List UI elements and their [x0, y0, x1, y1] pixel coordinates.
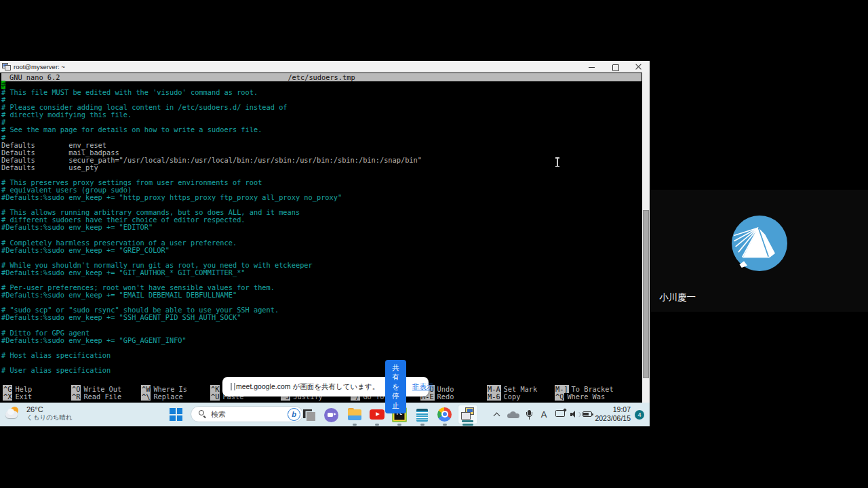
screen-share-video: root@myserver: ~ GNU nano 6.2 /etc/sudoe… — [0, 61, 650, 426]
minimize-button[interactable] — [580, 61, 604, 73]
participant-avatar — [732, 216, 787, 271]
task-view-icon — [301, 407, 317, 423]
nano-shortcut[interactable]: ^QWhere Was — [555, 393, 605, 401]
file-line: #Defaults:%sudo env_keep += "EDITOR" — [1, 224, 422, 231]
file-line: #Defaults:%sudo env_keep += "http_proxy … — [1, 194, 422, 201]
file-line: # — [1, 134, 422, 142]
file-line: # Ditto for GPG agent — [1, 329, 422, 337]
file-line: # This file MUST be edited with the 'vis… — [1, 89, 422, 96]
taskbar-task-view[interactable] — [299, 405, 319, 424]
tray-volume[interactable] — [569, 403, 581, 426]
search-placeholder: 検索 — [211, 409, 288, 420]
battery-icon — [583, 411, 594, 418]
clock-time: 19:07 — [595, 405, 631, 414]
speaker-icon — [570, 411, 580, 419]
taskbar-notepad[interactable] — [412, 405, 433, 424]
taskbar-file-explorer[interactable] — [344, 405, 365, 424]
nano-shortcut[interactable]: M-6Copy — [487, 393, 520, 401]
weather-condition: くもりのち晴れ — [26, 414, 73, 422]
weather-icon — [4, 405, 22, 422]
nano-shortcut[interactable]: ^XExit — [3, 393, 32, 401]
putty-terminal-window: root@myserver: ~ GNU nano 6.2 /etc/sudoe… — [0, 61, 650, 403]
onedrive-cloud-icon — [507, 411, 519, 418]
windows-taskbar: 26°C くもりのち晴れ 検索 b — [0, 403, 650, 426]
clock-date: 2023/06/15 — [595, 414, 631, 423]
maximize-button[interactable] — [604, 61, 627, 73]
file-line: #Defaults:%sudo env_keep += "SSH_AGENT_P… — [1, 314, 422, 321]
scrollbar-thumb[interactable] — [643, 210, 649, 378]
taskbar-chat[interactable] — [321, 405, 342, 424]
taskbar-chrome[interactable] — [435, 405, 455, 424]
file-line: # Host alias specification — [1, 352, 422, 359]
chat-icon — [323, 407, 340, 423]
file-line: # See the man page for details on how to… — [1, 126, 422, 134]
tray-microphone[interactable] — [524, 403, 534, 426]
hide-banner-link[interactable]: 非表示 — [412, 382, 434, 392]
terminal-scrollbar[interactable] — [642, 73, 650, 403]
search-input[interactable]: 検索 b — [191, 406, 303, 422]
display-pen-icon — [555, 410, 566, 419]
putty-taskbar-icon — [460, 407, 476, 423]
file-line: #Defaults:%sudo env_keep += "GIT_AUTHOR_… — [1, 269, 422, 277]
start-button[interactable] — [170, 408, 182, 421]
file-line — [1, 232, 422, 239]
file-line: #Defaults:%sudo env_keep += "GPG_AGENT_I… — [1, 337, 422, 344]
terminal-titlebar[interactable]: root@myserver: ~ — [0, 61, 650, 73]
nano-shortcut[interactable]: ^RRead File — [71, 393, 121, 401]
share-banner-message: meet.google.com が画面を共有しています。 — [236, 382, 379, 392]
tray-onedrive[interactable] — [507, 403, 520, 426]
file-line: #Defaults:%sudo env_keep += "GREP_COLOR" — [1, 247, 422, 254]
notepad-icon — [414, 407, 431, 423]
stop-sharing-button[interactable]: 共有を停止 — [385, 360, 406, 413]
taskbar-youtube[interactable] — [367, 405, 387, 424]
microphone-icon — [525, 410, 533, 420]
close-button[interactable] — [627, 61, 650, 73]
file-line: # User alias specification — [1, 367, 422, 374]
notification-badge[interactable]: 4 — [635, 410, 644, 420]
nano-filename: /etc/sudoers.tmp — [1, 73, 642, 81]
putty-icon — [2, 63, 11, 71]
file-explorer-icon — [347, 407, 363, 423]
mouse-text-cursor — [555, 157, 559, 167]
file-line: Defaults use_pty — [1, 164, 422, 171]
tray-show-hidden-icons[interactable] — [490, 403, 502, 426]
chrome-icon — [437, 407, 453, 423]
meet-screen: root@myserver: ~ GNU nano 6.2 /etc/sudoe… — [0, 0, 868, 488]
file-line: #Defaults:%sudo env_keep += "EMAIL DEBEM… — [1, 291, 422, 299]
search-icon — [199, 410, 207, 418]
file-content: ## This file MUST be edited with the 'vi… — [1, 81, 422, 374]
file-line: # directly modifying this file. — [1, 111, 422, 119]
weather-temperature: 26°C — [26, 405, 73, 414]
youtube-icon — [369, 407, 385, 423]
nano-header-bar: GNU nano 6.2 /etc/sudoers.tmp — [1, 73, 642, 81]
tray-pen-display[interactable] — [553, 403, 567, 426]
taskbar-clock[interactable]: 19:07 2023/06/15 — [595, 405, 631, 423]
file-line — [1, 322, 422, 329]
ime-a-icon: A — [541, 409, 547, 420]
screen-share-banner: meet.google.com が画面を共有しています。 共有を停止 非表示 — [222, 377, 429, 396]
taskbar-putty[interactable] — [458, 405, 478, 424]
participant-name: 小川慶一 — [659, 291, 696, 304]
chevron-up-icon — [494, 411, 500, 418]
nano-shortcut[interactable]: ^\Replace — [141, 393, 183, 401]
participant-tile[interactable]: 小川慶一 — [651, 190, 868, 312]
terminal-title: root@myserver: ~ — [14, 63, 65, 70]
tray-ime-mode[interactable]: A — [538, 403, 549, 426]
weather-widget[interactable]: 26°C くもりのち晴れ — [4, 405, 73, 422]
terminal-content-area[interactable]: GNU nano 6.2 /etc/sudoers.tmp ## This fi… — [0, 73, 650, 403]
tray-battery[interactable] — [581, 403, 595, 426]
